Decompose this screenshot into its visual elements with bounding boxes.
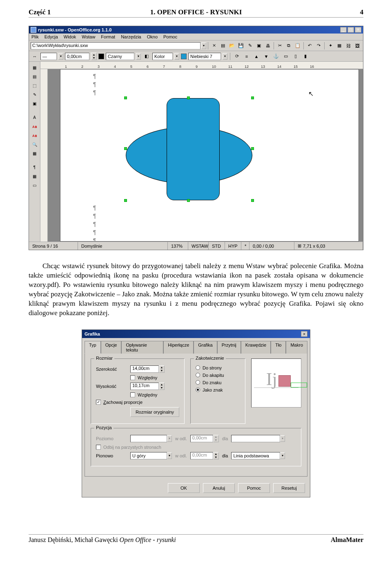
- url-dropdown[interactable]: ▾: [201, 43, 206, 49]
- line-width-spin[interactable]: ▲▼: [91, 53, 97, 60]
- menu-window[interactable]: Okno: [147, 34, 158, 39]
- print-icon[interactable]: 🖶: [264, 42, 272, 50]
- menu-format[interactable]: Format: [101, 34, 115, 39]
- stylist-icon[interactable]: ▦: [335, 42, 343, 50]
- graphics-icon[interactable]: ▦: [31, 172, 39, 180]
- resize-handle[interactable]: [124, 199, 127, 202]
- menu-tools[interactable]: Narzędzia: [121, 34, 141, 39]
- open-icon[interactable]: 📂: [228, 42, 236, 50]
- rotate-icon[interactable]: ⟳: [233, 52, 241, 60]
- align-icon[interactable]: ≡: [243, 52, 251, 60]
- copy-icon[interactable]: ⧉: [285, 42, 293, 50]
- line-color-select[interactable]: Czarny: [106, 53, 134, 60]
- anchor-page-radio[interactable]: [196, 365, 200, 370]
- tab-grafika[interactable]: Grafika: [194, 341, 217, 354]
- redo-icon[interactable]: ↷: [314, 42, 323, 50]
- anchor-para-radio[interactable]: [196, 373, 200, 377]
- draw-icon[interactable]: ✎: [31, 90, 39, 99]
- fill-color-select[interactable]: Niebieski 7: [188, 53, 221, 60]
- find-icon[interactable]: 🔍: [31, 140, 39, 148]
- tab-tlo[interactable]: Tło: [271, 341, 286, 354]
- resize-handle[interactable]: [251, 96, 254, 99]
- vert-ref-dd[interactable]: ▾: [280, 452, 285, 459]
- resize-handle[interactable]: [251, 199, 254, 202]
- fill-type-dd[interactable]: ▾: [174, 53, 179, 60]
- nonprint-icon[interactable]: ¶: [31, 163, 39, 171]
- line-color-swatch[interactable]: [98, 54, 104, 59]
- line-style-dd[interactable]: ▾: [58, 53, 63, 60]
- line-style-select[interactable]: —: [40, 53, 57, 60]
- new-icon[interactable]: ▤: [219, 42, 227, 50]
- text-icon[interactable]: A: [31, 113, 39, 121]
- navigator-icon[interactable]: ✦: [326, 42, 334, 50]
- horizontal-ruler[interactable]: 1 2 3 4 5 6 7 8 9 10 11 12 13 14 15 16: [40, 62, 363, 69]
- arrow-icon[interactable]: ↔: [31, 52, 39, 60]
- cancel-button[interactable]: Anuluj: [203, 483, 235, 493]
- vertical-ruler[interactable]: [40, 69, 48, 242]
- status-insert[interactable]: WSTAW: [188, 242, 209, 250]
- to-front-icon[interactable]: ▲: [252, 52, 261, 60]
- wrap-icon[interactable]: ▭: [282, 52, 290, 60]
- weblayout-icon[interactable]: ▭: [31, 181, 39, 189]
- gallery-icon[interactable]: 🖼: [353, 42, 361, 50]
- tab-krawedzie[interactable]: Krawędzie: [241, 341, 271, 354]
- selected-drawing-object[interactable]: [126, 98, 252, 200]
- height-spin[interactable]: ▲▼: [159, 383, 165, 390]
- help-button[interactable]: Pomoc: [238, 483, 270, 493]
- maximize-button[interactable]: □: [347, 27, 354, 33]
- anchor-aschar-radio[interactable]: [196, 387, 200, 392]
- menu-view[interactable]: Widok: [64, 34, 76, 39]
- tab-hiperlacze[interactable]: Hiperłącze: [163, 341, 194, 354]
- tab-typ[interactable]: Typ: [85, 341, 101, 354]
- resize-handle[interactable]: [187, 199, 190, 202]
- fill-type-select[interactable]: Kolor: [152, 53, 173, 60]
- width-input[interactable]: 14,00cm: [130, 365, 159, 373]
- autospell-icon[interactable]: ᴀʙ: [31, 131, 39, 139]
- status-style[interactable]: Domyślnie: [78, 242, 168, 250]
- width-relative-check[interactable]: [130, 375, 135, 380]
- fields-icon[interactable]: ▤: [31, 72, 39, 81]
- resize-handle[interactable]: [251, 147, 254, 150]
- keep-ratio-check[interactable]: ✓: [96, 400, 101, 405]
- menu-insert[interactable]: Wstaw: [82, 34, 95, 39]
- width-spin[interactable]: ▲▼: [159, 365, 165, 373]
- datasource-icon[interactable]: ▦: [31, 149, 39, 157]
- to-back-icon[interactable]: ▼: [262, 52, 270, 60]
- dialog-close-button[interactable]: ×: [301, 331, 307, 337]
- vert-dd[interactable]: ▾: [167, 452, 172, 459]
- fill-color-dd[interactable]: ▾: [223, 53, 227, 60]
- anchor-icon[interactable]: ⚓: [272, 52, 280, 60]
- line-color-dd[interactable]: ▾: [136, 53, 141, 60]
- status-hyp[interactable]: HYP: [225, 242, 241, 250]
- tab-opcje[interactable]: Opcje: [101, 341, 122, 354]
- pdf-icon[interactable]: ▣: [255, 42, 263, 50]
- area-icon[interactable]: ◧: [143, 52, 151, 60]
- menu-file[interactable]: Plik: [31, 34, 39, 39]
- rounded-rect-shape[interactable]: [167, 98, 220, 200]
- object-icon[interactable]: ⬚: [31, 81, 39, 90]
- resize-handle[interactable]: [187, 96, 190, 99]
- original-size-button[interactable]: Rozmiar oryginalny: [130, 407, 179, 417]
- ok-button[interactable]: OK: [168, 483, 200, 493]
- spell-icon[interactable]: ᴀʙ: [31, 122, 39, 130]
- height-input[interactable]: 10,17cm: [130, 383, 159, 390]
- tab-makro[interactable]: Makro: [286, 341, 307, 354]
- form-icon[interactable]: ▣: [31, 99, 39, 107]
- paste-icon[interactable]: 📋: [294, 42, 302, 50]
- undo-icon[interactable]: ↶: [305, 42, 314, 50]
- tab-przytnij[interactable]: Przytnij: [217, 341, 241, 354]
- wrap3-icon[interactable]: ▮: [301, 52, 310, 60]
- cut-icon[interactable]: ✂: [276, 42, 284, 50]
- insert-icon[interactable]: ▦: [31, 63, 39, 72]
- wrap2-icon[interactable]: ▯: [292, 52, 300, 60]
- resize-handle[interactable]: [124, 147, 127, 150]
- status-std[interactable]: STD: [209, 242, 225, 250]
- tab-oplywanie[interactable]: Opływanie tekstu: [121, 341, 163, 354]
- hyperlink-icon[interactable]: ⛓: [344, 42, 352, 50]
- vert-ref-select[interactable]: Linia podstawowa: [231, 452, 280, 459]
- menu-help[interactable]: Pomoc: [163, 34, 177, 39]
- document-canvas[interactable]: ¶ ¶ ¶: [48, 69, 363, 242]
- minimize-button[interactable]: _: [340, 27, 347, 33]
- vert-select[interactable]: U góry: [130, 452, 167, 459]
- anchor-char-radio[interactable]: [196, 380, 200, 385]
